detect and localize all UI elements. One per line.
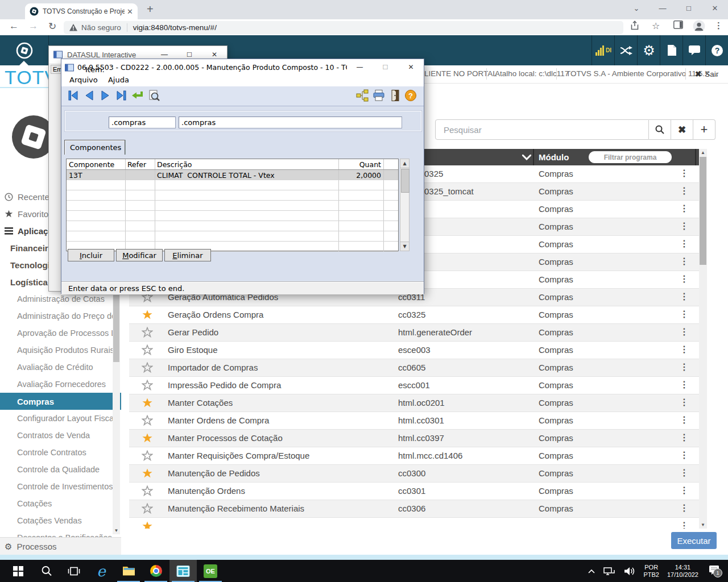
program-row-impress-o-pedido-de-compra[interactable]: Impressão Pedido de Compraescc001Compras… [129,377,699,394]
browser-tab[interactable]: TOTVS Construção e Projetos (Lin ✕ [25,3,138,19]
scrollbar-thumb[interactable] [401,169,410,193]
row-menu-kebab-icon[interactable]: ⋮ [680,450,689,460]
go-return-button[interactable] [130,88,144,103]
scroll-up-icon[interactable]: ▲ [400,159,409,168]
clock[interactable]: 14:3117/10/2022 [667,564,698,579]
window-close-icon[interactable]: ✕ [702,0,728,18]
reload-icon[interactable]: ↻ [48,20,56,32]
program-row-gerar-pedido[interactable]: Gerar Pedidohtml.generateOrderCompras⋮ [129,324,699,342]
component-empty-row[interactable] [67,221,398,231]
program-row-importador-de-compras[interactable]: Importador de Comprascc0605Compras⋮ [129,359,699,377]
sidebar-item-avalia-o-fornecedores[interactable]: Avaliação Fornecedores [0,376,121,393]
menu-ajuda[interactable]: Ajuda [108,76,129,84]
modificar-button[interactable]: Modificar [116,249,163,261]
share-icon[interactable] [630,20,639,32]
main-scrollbar[interactable]: ▲ ▼ [699,149,707,529]
totvs-logo-cell[interactable] [0,35,49,65]
hierarchy-button[interactable] [355,88,370,103]
row-menu-kebab-icon[interactable]: ⋮ [680,185,689,196]
component-empty-row[interactable] [67,211,398,221]
taskbar-chrome-button[interactable] [142,560,169,582]
window-minimize-icon[interactable]: — [650,0,676,18]
tab-componentes[interactable]: Componentes [64,140,125,155]
minimize-icon[interactable]: — [347,59,373,76]
search-input[interactable]: Pesquisar [435,119,649,140]
program-row-manter-processos-de-cota-o[interactable]: Manter Processos de Cotaçãohtml.cc0397Co… [129,430,699,447]
filter-program-input[interactable]: Filtrar programa [589,151,672,163]
maximize-icon[interactable]: ☐ [373,59,398,76]
item-code-input[interactable]: .compras [109,117,176,128]
sidebar-item-avalia-o-de-cr-dito[interactable]: Avaliação de Crédito [0,359,121,376]
chat-button[interactable] [682,35,706,65]
row-menu-kebab-icon[interactable]: ⋮ [680,502,689,513]
row-menu-kebab-icon[interactable]: ⋮ [680,238,689,249]
favorite-star-icon[interactable] [142,485,153,499]
sidebar-item-processos[interactable]: ⚙ Processos [0,537,121,555]
sair-button[interactable]: ✖Sair [695,69,718,78]
help-button[interactable]: ? [705,35,728,65]
taskbar-openedge-button[interactable]: OE [197,560,224,582]
row-menu-kebab-icon[interactable]: ⋮ [680,309,689,319]
sidebar-scrollbar[interactable]: ▼ [113,295,120,534]
scroll-down-icon[interactable]: ▼ [400,242,409,251]
taskbar-datasul-button[interactable] [169,560,197,582]
favorite-star-icon[interactable] [142,344,153,358]
program-row-manuten-o-recebimento-materiais[interactable]: Manutenção Recebimento Materiaiscc0306Co… [129,500,699,518]
side-panel-icon[interactable] [673,20,683,31]
exit-door-button[interactable] [388,88,403,103]
row-menu-kebab-icon[interactable]: ⋮ [680,414,689,425]
favorite-star-icon[interactable] [142,415,153,429]
row-menu-kebab-icon[interactable]: ⋮ [680,397,689,408]
dialog-title-bar[interactable]: 06.9.5503 - CD0222 - 2.00.00.005 - Manut… [61,59,424,76]
notification-center-button[interactable]: 1 [708,564,720,577]
sidebar-item-cota-es-vendas[interactable]: Cotações Vendas [0,512,121,529]
favorite-star-icon[interactable] [142,362,153,376]
scroll-down-icon[interactable]: ▼ [699,521,707,529]
program-row-manter-cota-es[interactable]: Manter Cotaçõeshtml.oc0201Compras⋮ [129,394,699,412]
row-menu-kebab-icon[interactable]: ⋮ [680,256,689,267]
component-empty-row[interactable] [67,231,398,242]
favorite-star-icon[interactable] [142,327,153,340]
row-menu-kebab-icon[interactable]: ⋮ [680,326,689,337]
component-empty-row[interactable] [67,201,398,211]
col-quant[interactable]: Quant [338,160,381,169]
row-menu-kebab-icon[interactable]: ⋮ [680,520,689,529]
address-bar[interactable]: Não seguro vigia:8480/totvs-menu/#/ [64,21,623,34]
item-description-input[interactable]: .compras [179,117,402,128]
program-row-manter-requisi-es-compra-estoque[interactable]: Manter Requisições Compra/Estoquehtml.mc… [129,447,699,465]
sidebar-item-controle-da-qualidade[interactable]: Controle da Qualidade [0,461,121,478]
col-refer[interactable]: Refer [127,160,146,169]
bookmark-star-icon[interactable]: ☆ [652,20,660,31]
scroll-up-icon[interactable]: ▲ [699,149,707,156]
volume-icon[interactable] [624,566,635,576]
sidebar-item-administra-o-do-pre-o-de[interactable]: Administração do Preço de [0,307,121,325]
tab-search-icon[interactable]: ⌄ [623,0,650,18]
program-row-manter-ordens-de-compra[interactable]: Manter Ordens de Comprahtml.cc0301Compra… [129,412,699,430]
print-button[interactable] [371,88,386,103]
previous-record-button[interactable] [82,88,97,103]
row-menu-kebab-icon[interactable]: ⋮ [680,291,689,302]
sidebar-item-compras[interactable]: Compras [0,393,121,410]
task-view-button[interactable] [60,560,88,582]
di-monitor-button[interactable]: DI [592,35,615,65]
favorite-star-icon[interactable] [142,450,153,464]
sidebar-item-contratos-de-venda[interactable]: Contratos de Venda [0,427,121,444]
program-row-manuten-o-ordens[interactable]: Manutenção Ordenscc0301Compras⋮ [129,483,699,500]
component-empty-row[interactable] [67,180,398,190]
sidebar-item-configurador-layout-fiscal[interactable]: Configurador Layout Fiscal [0,410,121,427]
menu-arquivo[interactable]: Arquivo [69,76,98,84]
last-record-button[interactable] [114,88,129,103]
favorite-star-icon[interactable] [142,397,153,411]
start-button[interactable] [5,560,32,582]
new-tab-button[interactable]: + [147,3,154,16]
search-zoom-button[interactable] [147,88,162,103]
component-empty-row[interactable] [67,190,398,201]
row-menu-kebab-icon[interactable]: ⋮ [680,221,689,231]
favorite-star-icon[interactable] [142,309,153,323]
sidebar-item-controle-de-investimentos[interactable]: Controle de Investimentos [0,478,121,495]
chevron-down-icon[interactable] [522,155,531,160]
favorite-star-icon[interactable] [142,433,153,446]
search-button[interactable] [649,119,671,140]
incluir-button[interactable]: Incluir [68,249,114,261]
program-row-giro-estoque[interactable]: Giro Estoqueesce003Compras⋮ [129,342,699,359]
